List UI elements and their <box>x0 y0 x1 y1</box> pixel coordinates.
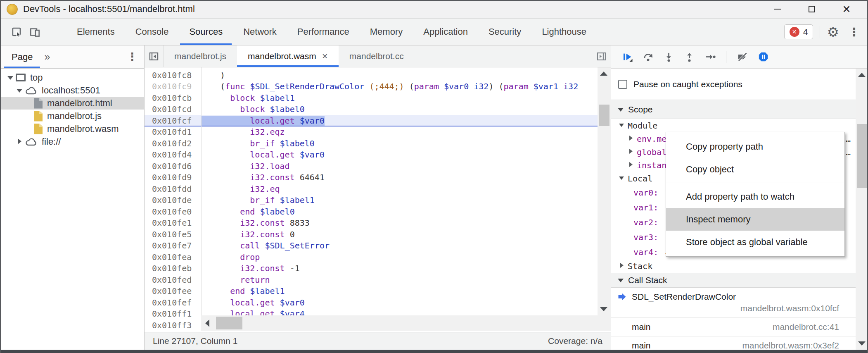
expand-arrow-icon[interactable] <box>627 148 637 156</box>
line-address[interactable]: 0x010fd1 <box>145 127 201 137</box>
line-address[interactable]: 0x010feb <box>145 263 201 273</box>
code-line[interactable]: 0x010fed return <box>145 274 611 286</box>
maximize-button[interactable] <box>803 2 821 16</box>
editor-vertical-scrollbar[interactable] <box>598 67 611 315</box>
code-line[interactable]: 0x010fea drop <box>145 251 611 263</box>
code-line[interactable]: 0x010fe5 i32.const 0 <box>145 229 611 240</box>
file-tree-row[interactable]: mandelbrot.html <box>0 97 144 110</box>
deactivate-breakpoints-button[interactable] <box>734 48 751 66</box>
step-over-button[interactable] <box>639 48 657 66</box>
code-line[interactable]: 0x010fdd i32.eq <box>145 183 611 195</box>
expand-arrow-icon[interactable] <box>618 122 628 130</box>
code-line[interactable]: 0x010fd6 i32.load <box>145 160 611 172</box>
expand-arrow-icon[interactable] <box>15 138 25 146</box>
code-line[interactable]: 0x010fd9 i32.const 64641 <box>145 172 611 184</box>
scrollbar-thumb[interactable] <box>599 105 609 126</box>
scope-row[interactable]: Stack <box>611 260 868 273</box>
panel-tab[interactable]: Application <box>413 19 478 45</box>
code-line[interactable]: 0x010fe0 end $label0 <box>145 206 611 217</box>
line-address[interactable]: 0x010fcb <box>145 93 201 103</box>
line-address[interactable]: 0x010fee <box>145 286 201 296</box>
expand-arrow-icon[interactable] <box>24 125 34 133</box>
panel-tab[interactable]: Elements <box>66 19 125 45</box>
code-line[interactable]: 0x010fcf local.get $var0 <box>145 115 611 126</box>
code-line[interactable]: 0x010feb i32.const -1 <box>145 263 611 274</box>
more-tabs-icon[interactable]: » <box>44 51 50 63</box>
file-tree-row[interactable]: top <box>0 71 144 84</box>
sidebar-scrollbar[interactable] <box>856 69 868 350</box>
code-line[interactable]: 0x010fd4 local.get $var0 <box>145 149 611 161</box>
call-stack-frame[interactable]: main mandelbrot.wasm:0x3ef2 <box>611 336 868 350</box>
step-button[interactable] <box>701 48 719 66</box>
show-debugger-sidebar-button[interactable] <box>592 45 611 67</box>
file-tree-row[interactable]: mandelbrot.wasm <box>0 122 144 135</box>
line-address[interactable]: 0x010fe1 <box>145 218 201 228</box>
pause-on-caught-checkbox[interactable] <box>618 80 627 89</box>
code-line[interactable]: 0x010fcb block $label1 <box>145 92 611 104</box>
context-menu-item[interactable]: Store object as global variable <box>666 231 844 253</box>
device-toolbar-button[interactable] <box>26 24 43 40</box>
resume-button[interactable] <box>619 48 636 66</box>
code-line[interactable]: 0x010fd1 i32.eqz <box>145 126 611 138</box>
context-menu-item[interactable]: Inspect memory <box>666 208 844 231</box>
line-address[interactable]: 0x010fde <box>145 195 201 205</box>
context-menu-item[interactable]: Copy object <box>666 158 844 181</box>
scroll-down-icon[interactable] <box>598 303 610 315</box>
scroll-down-icon[interactable] <box>856 337 868 350</box>
line-address[interactable]: 0x010fe0 <box>145 207 201 217</box>
line-address[interactable]: 0x010fd9 <box>145 172 201 182</box>
expand-arrow-icon[interactable] <box>24 112 34 120</box>
expand-arrow-icon[interactable] <box>627 161 637 169</box>
tab-page[interactable]: Page <box>4 45 40 68</box>
call-stack-section-header[interactable]: Call Stack <box>611 273 868 288</box>
scrollbar-thumb[interactable] <box>216 317 242 329</box>
navigator-menu-icon[interactable]: ⋮ <box>127 50 138 63</box>
panel-tab[interactable]: Security <box>478 19 531 45</box>
line-address[interactable]: 0x010fea <box>145 252 201 262</box>
expand-arrow-icon[interactable] <box>24 99 34 107</box>
error-badge[interactable]: ✕ 4 <box>784 24 813 39</box>
expand-arrow-icon[interactable] <box>15 86 25 95</box>
expand-arrow-icon[interactable] <box>618 174 628 183</box>
pause-on-exceptions-button[interactable] <box>754 48 772 66</box>
close-tab-icon[interactable]: × <box>322 50 328 62</box>
editor-tab[interactable]: mandelbrot.js × <box>164 45 237 67</box>
panel-tab[interactable]: Console <box>125 19 179 45</box>
inspect-element-button[interactable] <box>8 24 25 40</box>
line-address[interactable]: 0x010ff1 <box>145 309 201 319</box>
code-line[interactable]: 0x010fc9 (func $SDL_SetRenderDrawColor (… <box>145 81 611 93</box>
line-address[interactable]: 0x010fe7 <box>145 241 201 250</box>
frame-location[interactable]: mandelbrot.cc:41 <box>773 322 839 332</box>
line-address[interactable]: 0x010ff3 <box>145 320 201 330</box>
file-tree-row[interactable]: mandelbrot.js <box>0 110 144 122</box>
line-address[interactable]: 0x010fe5 <box>145 229 201 239</box>
step-out-button[interactable] <box>681 48 698 66</box>
line-address[interactable]: 0x010fcd <box>145 104 201 114</box>
line-address[interactable]: 0x010fef <box>145 298 201 308</box>
context-menu-item[interactable]: Copy property path <box>666 135 844 158</box>
code-line[interactable]: 0x010fcd block $label0 <box>145 104 611 115</box>
line-address[interactable]: 0x010fd6 <box>145 161 201 171</box>
code-line[interactable]: 0x010fe1 i32.const 8833 <box>145 217 611 229</box>
code-line[interactable]: 0x010fc8 ) <box>145 69 611 81</box>
minimize-button[interactable] <box>768 2 786 16</box>
file-tree-row[interactable]: localhost:5501 <box>0 84 144 97</box>
line-address[interactable]: 0x010fc9 <box>145 81 201 91</box>
scroll-up-icon[interactable] <box>856 69 868 81</box>
hide-navigator-button[interactable] <box>145 45 164 67</box>
context-menu-item[interactable] <box>666 183 844 183</box>
scope-row[interactable]: Module <box>611 119 868 132</box>
line-address[interactable]: 0x010fd4 <box>145 150 201 160</box>
step-into-button[interactable] <box>660 48 677 66</box>
line-address[interactable]: 0x010fc8 <box>145 70 201 80</box>
call-stack-frame[interactable]: main mandelbrot.cc:41 <box>611 318 868 336</box>
panel-tab[interactable]: Performance <box>287 19 360 45</box>
scroll-left-icon[interactable] <box>201 317 213 329</box>
line-address[interactable]: 0x010fcf <box>145 116 201 126</box>
editor-tab[interactable]: mandelbrot.cc × <box>339 45 415 67</box>
expand-arrow-icon[interactable] <box>6 74 16 82</box>
frame-location[interactable]: mandelbrot.wasm:0x3ef2 <box>742 341 839 350</box>
code-line[interactable]: 0x010fde br_if $label1 <box>145 195 611 206</box>
panel-tab[interactable]: Memory <box>360 19 413 45</box>
panel-tab[interactable]: Lighthouse <box>531 19 597 45</box>
